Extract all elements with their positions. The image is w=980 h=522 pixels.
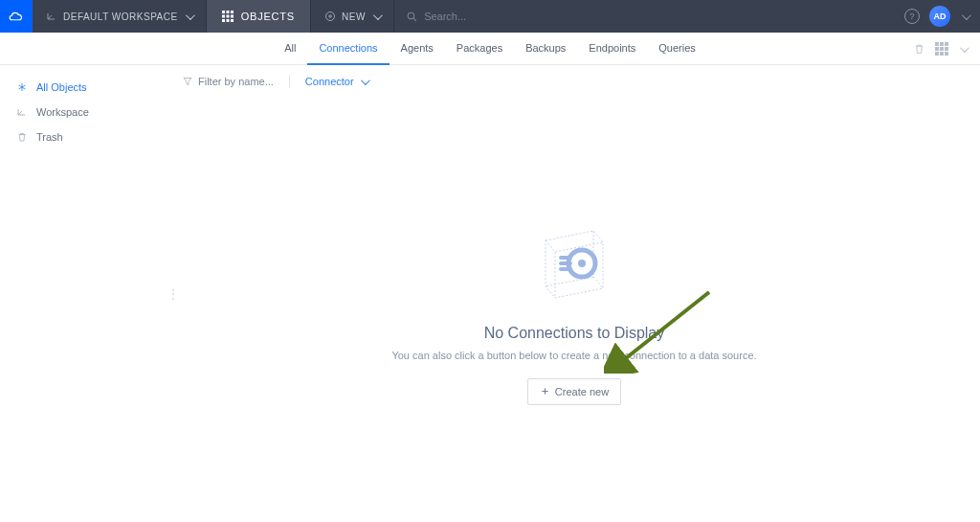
svg-rect-12 xyxy=(940,42,944,46)
plus-icon xyxy=(540,386,550,397)
tabsrow: All Connections Agents Packages Backups … xyxy=(0,33,980,65)
tab-queries[interactable]: Queries xyxy=(647,33,707,65)
chevron-down-icon xyxy=(184,11,192,22)
cloud-icon xyxy=(8,8,25,25)
topbar: DEFAULT WORKSPACE OBJECTS NEW ? AD xyxy=(0,0,980,33)
svg-rect-17 xyxy=(935,52,939,56)
search-wrap xyxy=(394,11,904,23)
trash-icon xyxy=(15,130,29,144)
workspace-label: DEFAULT WORKSPACE xyxy=(63,11,178,22)
connector-filter[interactable]: Connector xyxy=(305,76,368,87)
objects-nav[interactable]: OBJECTS xyxy=(207,0,311,33)
divider xyxy=(289,75,290,88)
tabs: All Connections Agents Packages Backups … xyxy=(273,33,707,65)
filter-label: Filter by name... xyxy=(198,76,274,87)
empty-subtitle: You can also click a button below to cre… xyxy=(391,350,756,361)
plus-circle-icon xyxy=(324,11,336,22)
chevron-down-icon[interactable] xyxy=(958,42,967,56)
tabsrow-actions xyxy=(913,42,967,56)
sidebar-item-all-objects[interactable]: All Objects xyxy=(0,75,168,100)
sidebar-item-label: All Objects xyxy=(36,81,87,93)
connector-label: Connector xyxy=(305,76,354,87)
new-button[interactable]: NEW xyxy=(311,0,394,33)
new-label: NEW xyxy=(342,11,366,22)
chevron-down-icon[interactable] xyxy=(960,10,969,23)
svg-rect-14 xyxy=(935,47,939,51)
empty-state: No Connections to Display You can also c… xyxy=(168,96,980,522)
svg-rect-15 xyxy=(940,47,944,51)
svg-rect-18 xyxy=(940,52,944,56)
empty-illustration xyxy=(526,214,622,309)
svg-rect-4 xyxy=(226,15,229,18)
workspace-switcher[interactable]: DEFAULT WORKSPACE xyxy=(33,0,207,33)
sidebar-item-workspace[interactable]: Workspace xyxy=(0,100,168,125)
svg-rect-2 xyxy=(231,11,234,13)
sidebar-item-label: Trash xyxy=(36,131,63,143)
main: Filter by name... Connector xyxy=(168,65,980,522)
body: All Objects Workspace Trash ⋮ Filter by … xyxy=(0,65,980,522)
tab-packages[interactable]: Packages xyxy=(445,33,514,65)
tab-agents[interactable]: Agents xyxy=(390,33,445,65)
tab-connections[interactable]: Connections xyxy=(307,33,389,65)
svg-rect-3 xyxy=(222,15,225,18)
app-logo[interactable] xyxy=(0,0,33,33)
view-switcher-icon[interactable] xyxy=(935,42,948,56)
trash-icon[interactable] xyxy=(913,42,925,56)
avatar[interactable]: AD xyxy=(929,6,950,27)
svg-rect-7 xyxy=(226,19,229,22)
svg-rect-16 xyxy=(945,47,948,51)
svg-rect-1 xyxy=(226,11,229,13)
filterbar: Filter by name... Connector xyxy=(168,65,980,96)
objects-label: OBJECTS xyxy=(241,11,295,22)
grid-icon xyxy=(222,11,234,22)
search-icon xyxy=(406,11,418,23)
svg-rect-11 xyxy=(935,42,939,46)
axis-icon xyxy=(15,105,29,119)
empty-title: No Connections to Display xyxy=(484,325,665,342)
svg-point-21 xyxy=(578,260,586,267)
svg-point-10 xyxy=(408,12,414,19)
svg-rect-0 xyxy=(222,11,225,13)
sidebar-item-trash[interactable]: Trash xyxy=(0,125,168,149)
svg-rect-8 xyxy=(231,19,234,22)
help-icon[interactable]: ? xyxy=(904,9,920,24)
search-input[interactable] xyxy=(424,11,615,22)
tab-all[interactable]: All xyxy=(273,33,307,65)
sidebar: All Objects Workspace Trash xyxy=(0,65,168,522)
chevron-down-icon xyxy=(359,76,368,87)
create-new-label: Create new xyxy=(555,386,609,397)
svg-rect-5 xyxy=(231,15,234,18)
chevron-down-icon xyxy=(371,11,380,22)
asterisk-icon xyxy=(15,80,29,94)
svg-rect-19 xyxy=(945,52,948,56)
tab-endpoints[interactable]: Endpoints xyxy=(577,33,647,65)
axis-icon xyxy=(46,11,57,22)
create-new-button[interactable]: Create new xyxy=(527,378,621,405)
avatar-initials: AD xyxy=(934,11,947,21)
filter-by-name[interactable]: Filter by name... xyxy=(182,76,274,87)
topbar-right: ? AD xyxy=(904,6,980,27)
filter-icon xyxy=(182,76,193,87)
svg-rect-13 xyxy=(945,42,948,46)
sidebar-item-label: Workspace xyxy=(36,106,89,118)
svg-rect-6 xyxy=(222,19,225,22)
tab-backups[interactable]: Backups xyxy=(514,33,577,65)
